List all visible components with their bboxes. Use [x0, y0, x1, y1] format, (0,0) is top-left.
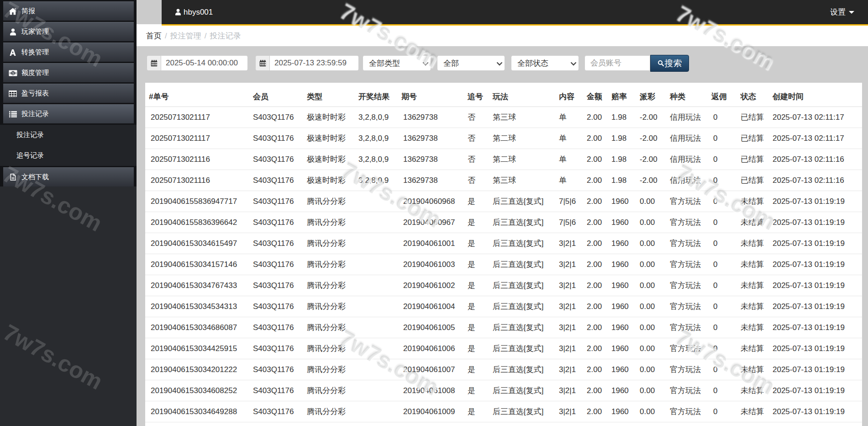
cell: -2.00 — [636, 170, 666, 191]
cell: 2025-07-13 01:19:19 — [769, 296, 862, 317]
cell: 单 — [555, 107, 583, 128]
breadcrumb-home[interactable]: 首页 — [146, 31, 162, 41]
cell: 官方玩法 — [666, 317, 708, 338]
cell: S403Q1176 — [249, 380, 303, 401]
column-header: 种类 — [666, 87, 708, 107]
cell: 0.00 — [636, 191, 666, 212]
username: hbys001 — [184, 8, 213, 17]
cell: 是 — [464, 338, 489, 359]
cell: 未结算 — [737, 191, 769, 212]
cell: S403Q1176 — [249, 212, 303, 233]
column-header: 玩法 — [489, 87, 555, 107]
column-header: 内容 — [555, 87, 583, 107]
cell: 13629738 — [398, 107, 464, 128]
table-header-row: #单号会员类型开奖结果期号追号玩法内容金额赔率派彩种类返佣状态创建时间 — [145, 87, 862, 107]
cell: 否 — [464, 170, 489, 191]
lottery-select[interactable]: 全部 — [437, 55, 505, 71]
cell: 20190406153034157146 — [145, 254, 249, 275]
caret-down-icon — [849, 11, 854, 14]
cell: 未结算 — [737, 254, 769, 275]
sidebar-item-quota[interactable]: 额度管理 — [3, 63, 134, 82]
cell: 20190406153034767433 — [145, 275, 249, 296]
cell: 2.00 — [583, 128, 608, 149]
breadcrumb-section: 投注管理 — [170, 31, 201, 41]
cell: 0.00 — [636, 296, 666, 317]
cell: 0 — [708, 380, 737, 401]
table-row: 20190406153034608252S403Q1176腾讯分分彩201904… — [145, 380, 862, 401]
cell: 官方玩法 — [666, 191, 708, 212]
cell: 2025-07-13 01:19:19 — [769, 401, 862, 422]
navbar-user[interactable]: hbys001 — [175, 8, 213, 17]
cell: 2025-07-13 02:11:16 — [769, 149, 862, 170]
cell: 20190406153034686087 — [145, 317, 249, 338]
breadcrumb-separator: / — [205, 32, 207, 41]
cell: 13629738 — [398, 128, 464, 149]
sidebar-item-pnl-report[interactable]: 盈亏报表 — [3, 84, 134, 103]
cell: 0 — [708, 170, 737, 191]
cell — [355, 359, 398, 380]
status-select[interactable]: 全部状态 — [511, 55, 579, 71]
cell: 1960 — [608, 191, 636, 212]
cell: 0.00 — [636, 317, 666, 338]
cell: 后三直选[复式] — [489, 296, 555, 317]
settings-menu[interactable]: 设置 — [830, 7, 854, 17]
submenu-item-bet-records[interactable]: 投注记录 — [0, 125, 137, 145]
member-account-input[interactable] — [584, 55, 650, 71]
calendar-icon[interactable] — [255, 55, 269, 71]
sidebar-item-label: 玩家管理 — [21, 27, 49, 36]
cell — [355, 401, 398, 422]
sidebar-item-label: 额度管理 — [21, 69, 49, 77]
submenu-item-chase-records[interactable]: 追号记录 — [0, 145, 137, 166]
cell: -2.00 — [636, 107, 666, 128]
cell: 201904061001 — [398, 233, 464, 254]
type-select[interactable]: 全部类型 — [363, 55, 431, 71]
cell: 0.00 — [636, 380, 666, 401]
sidebar-item-briefing[interactable]: 简报 — [3, 1, 134, 21]
cell: 极速时时彩 — [303, 149, 355, 170]
cell: 第三球 — [489, 170, 555, 191]
cell: 0 — [708, 401, 737, 422]
cell: 信用玩法 — [666, 149, 708, 170]
cell: 2025-07-13 01:19:19 — [769, 359, 862, 380]
cell: 未结算 — [737, 212, 769, 233]
cell — [355, 338, 398, 359]
cell: 官方玩法 — [666, 254, 708, 275]
cell: 2.00 — [583, 233, 608, 254]
sidebar-item-players[interactable]: 玩家管理 — [3, 22, 134, 41]
date-to-group — [255, 55, 359, 71]
cell: 官方玩法 — [666, 338, 708, 359]
cell: 1960 — [608, 212, 636, 233]
cell: 201904061004 — [398, 296, 464, 317]
cell: 单 — [555, 170, 583, 191]
main-area: hbys001 设置 首页 / 投注管理 / 投注记录 全部类型 — [137, 0, 868, 426]
cell: 极速时时彩 — [303, 128, 355, 149]
column-header: 追号 — [464, 87, 489, 107]
cell: 0 — [708, 212, 737, 233]
cell: 1960 — [608, 317, 636, 338]
cell: 已结算 — [737, 149, 769, 170]
sidebar-toggle[interactable] — [137, 0, 162, 24]
cell: 2025-07-13 01:19:19 — [769, 317, 862, 338]
date-from-input[interactable] — [161, 55, 248, 71]
cell: 201904061006 — [398, 338, 464, 359]
sidebar-item-bet-records[interactable]: 投注记录 — [3, 104, 134, 123]
cell: 未结算 — [737, 275, 769, 296]
cell: 官方玩法 — [666, 296, 708, 317]
cell: 后三直选[复式] — [489, 191, 555, 212]
cell: 腾讯分分彩 — [303, 233, 355, 254]
cell: 腾讯分分彩 — [303, 317, 355, 338]
column-header: #单号 — [145, 87, 249, 107]
cell: 201904060968 — [398, 191, 464, 212]
date-from-group — [147, 55, 248, 71]
sidebar: 简报 玩家管理 转换管理 额度管理 盈亏报表 投注记录 投注记录 追号记录 文档 — [0, 0, 137, 426]
calendar-icon[interactable] — [147, 55, 161, 71]
date-to-input[interactable] — [269, 55, 359, 71]
search-button[interactable]: 搜索 — [650, 55, 689, 72]
sidebar-item-conversion[interactable]: 转换管理 — [3, 43, 134, 62]
sidebar-item-document-download[interactable]: 文档下载 — [3, 167, 134, 186]
cell: 0.00 — [636, 338, 666, 359]
cell: 2025-07-13 02:11:17 — [769, 107, 862, 128]
cell: 后三直选[复式] — [489, 317, 555, 338]
cell: 3|2|1 — [555, 254, 583, 275]
cell: 已结算 — [737, 170, 769, 191]
